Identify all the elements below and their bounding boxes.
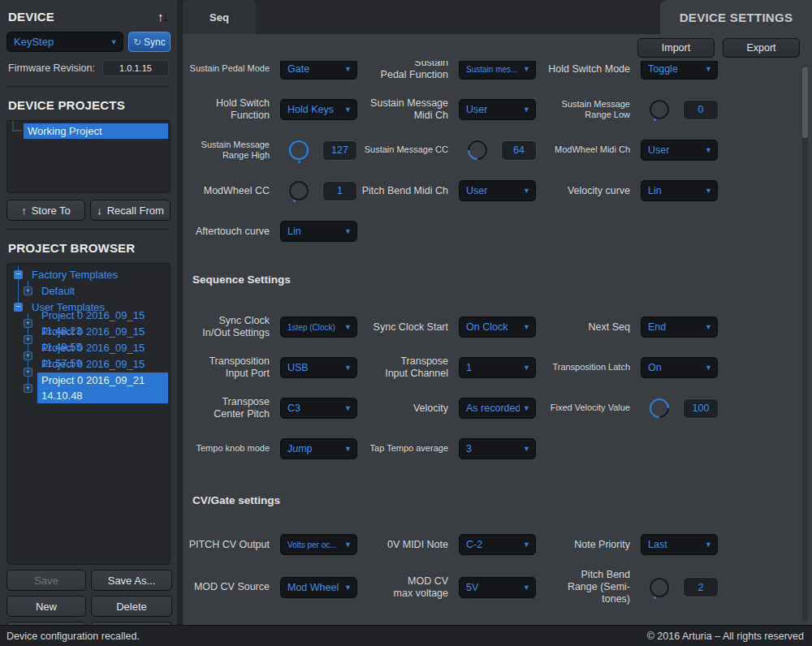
expand-icon[interactable]: +	[24, 351, 32, 360]
expand-icon[interactable]: +	[24, 319, 32, 328]
expand-icon[interactable]: +	[24, 384, 32, 393]
knob-sustain-message-cc[interactable]	[464, 136, 491, 164]
setting-control: Lin▼	[641, 180, 719, 201]
sync-button[interactable]: ↻ Sync	[128, 32, 171, 52]
value-box-sustain-message-range-low[interactable]: 0	[683, 100, 719, 120]
collapse-icon[interactable]: −	[14, 303, 23, 312]
dropdown-tempo-knob-mode[interactable]: Jump▼	[280, 438, 357, 459]
scrollbar-thumb[interactable]	[802, 67, 808, 138]
setting-control: C-2▼	[459, 534, 537, 555]
dropdown-0v-midi-note[interactable]: C-2▼	[459, 534, 536, 555]
chevron-down-icon: ▼	[523, 65, 530, 73]
chevron-down-icon: ▼	[705, 323, 712, 331]
store-to-button[interactable]: ↑ Store To	[6, 200, 85, 221]
dropdown-value: Toggle	[648, 63, 702, 75]
midi-control-center-window: DEVICE ↑↓ KeyStep ▼ ↻ Sync Firmware Revi…	[0, 0, 812, 646]
export-settings-button[interactable]: Export	[723, 38, 800, 58]
tab-seq[interactable]: Seq	[183, 0, 256, 34]
dropdown-note-priority[interactable]: Last▼	[641, 534, 718, 555]
chevron-down-icon: ▼	[110, 38, 118, 46]
tab-device-settings[interactable]: DEVICE SETTINGS	[660, 0, 812, 34]
knob-fixed-velocity-value[interactable]	[646, 394, 673, 422]
value-box-sustain-message-range-high[interactable]: 127	[322, 140, 357, 161]
dropdown-mod-cv-source[interactable]: Mod Wheel▼	[280, 577, 357, 598]
knob-group: 64	[459, 140, 537, 161]
dropdown-value: As recorded	[466, 403, 520, 414]
dropdown-sustain-pedal-mode[interactable]: Gate▼	[280, 61, 357, 80]
knob-group: 100	[641, 398, 719, 419]
chevron-down-icon: ▼	[344, 364, 352, 372]
dropdown-sustain-pedal-function[interactable]: Sustain mes...▼	[459, 61, 536, 80]
knob-sustain-message-range-high[interactable]	[289, 140, 309, 160]
setting-label-sync-clock-in-out-settings: Sync Clock In/Out Settings	[187, 315, 280, 339]
setting-control: On Clock▼	[459, 317, 537, 338]
setting-control: User▼	[641, 140, 719, 161]
scrollbar-track[interactable]	[802, 65, 808, 621]
knob-sustain-message-range-low[interactable]	[650, 100, 669, 119]
tree-item-label: Project 0 2016_09_21 14.10.48	[37, 373, 168, 403]
settings-row: Tempo knob modeJump▼Tap Tempo average3▼	[187, 433, 812, 465]
dropdown-tap-tempo-average[interactable]: 3▼	[459, 438, 536, 459]
dropdown-velocity-curve[interactable]: Lin▼	[641, 180, 718, 201]
expand-icon[interactable]: +	[24, 335, 32, 344]
delete-button[interactable]: Delete	[91, 596, 172, 617]
tree-item-project-0-2016-09-21-14-10-48[interactable]: +Project 0 2016_09_21 14.10.48	[7, 380, 170, 396]
setting-control: Lin▼	[280, 221, 357, 242]
device-selector[interactable]: KeyStep ▼	[6, 32, 123, 52]
settings-row: Aftertouch curveLin▼	[187, 215, 812, 248]
tree-item-label: Factory Templates	[28, 267, 122, 282]
chevron-down-icon: ▼	[523, 187, 530, 195]
setting-label-hold-switch-function: Hold Switch Function	[187, 97, 280, 122]
new-button[interactable]: New	[6, 596, 86, 617]
dropdown-next-seq[interactable]: End▼	[641, 317, 718, 338]
dropdown-hold-switch-function[interactable]: Hold Keys▼	[280, 99, 357, 120]
recall-from-button[interactable]: ↓ Recall From	[90, 200, 171, 221]
dropdown-sync-clock-in-out-settings[interactable]: 1step (Clock)▼	[280, 317, 357, 338]
dropdown-value: USB	[287, 362, 341, 373]
dropdown-transpose-center-pitch[interactable]: C3▼	[280, 398, 357, 419]
save-as-button[interactable]: Save As...	[91, 570, 172, 591]
import-settings-button[interactable]: Import	[637, 38, 715, 58]
setting-control: Toggle▼	[641, 61, 719, 80]
dropdown-pitch-cv-output[interactable]: Volts per oc...▼	[280, 534, 357, 555]
knob-group: 2	[641, 577, 719, 597]
setting-label-tempo-knob-mode: Tempo knob mode	[187, 443, 280, 454]
dropdown-velocity[interactable]: As recorded▼	[459, 398, 536, 419]
dropdown-value: Last	[648, 539, 702, 550]
save-button[interactable]: Save	[6, 570, 86, 591]
dropdown-value: 1	[466, 362, 520, 373]
settings-row: Hold Switch FunctionHold Keys▼Sustain Me…	[187, 93, 812, 126]
dropdown-sync-clock-start[interactable]: On Clock▼	[459, 317, 536, 338]
dropdown-mod-cv-max-voltage[interactable]: 5V▼	[459, 577, 536, 598]
value-box-fixed-velocity-value[interactable]: 100	[683, 398, 719, 419]
value-box-pitch-bend-range-semi-tones[interactable]: 2	[683, 577, 719, 597]
setting-label-pitch-cv-output: PITCH CV Output	[187, 539, 280, 551]
dropdown-hold-switch-mode[interactable]: Toggle▼	[641, 61, 718, 80]
setting-label-modwheel-cc: ModWheel CC	[187, 185, 280, 197]
setting-label-note-priority: Note Priority	[537, 539, 641, 551]
tree-item-default[interactable]: +Default	[7, 282, 170, 299]
dropdown-sustain-message-midi-ch[interactable]: User▼	[459, 99, 536, 120]
device-panel-title: DEVICE	[8, 10, 54, 24]
knob-pointer	[293, 200, 296, 202]
dropdown-value: 3	[466, 443, 520, 454]
dropdown-pitch-bend-midi-ch[interactable]: User▼	[459, 180, 536, 201]
device-project-item[interactable]: Working Project	[24, 123, 168, 139]
expand-icon[interactable]: +	[24, 286, 32, 295]
expand-icon[interactable]: +	[24, 368, 32, 377]
value-box-modwheel-cc[interactable]: 1	[322, 181, 357, 201]
collapse-icon[interactable]: −	[14, 270, 23, 279]
tree-item-factory-templates[interactable]: −Factory Templates	[7, 266, 170, 282]
dropdown-aftertouch-curve[interactable]: Lin▼	[280, 221, 357, 242]
dropdown-modwheel-midi-ch[interactable]: User▼	[641, 140, 718, 161]
dropdown-transposition-input-port[interactable]: USB▼	[280, 357, 357, 378]
knob-modwheel-cc[interactable]	[289, 181, 309, 200]
dropdown-transposition-latch[interactable]: On▼	[641, 357, 718, 378]
value-box-sustain-message-cc[interactable]: 64	[501, 140, 537, 161]
setting-control: User▼	[459, 180, 537, 201]
knob-pitch-bend-range-semi-tones[interactable]	[650, 578, 669, 597]
recall-from-label: Recall From	[107, 205, 164, 217]
sync-direction-arrows-icon: ↑↓	[158, 10, 169, 24]
dropdown-transpose-input-channel[interactable]: 1▼	[459, 357, 536, 378]
chevron-down-icon: ▼	[344, 584, 352, 592]
